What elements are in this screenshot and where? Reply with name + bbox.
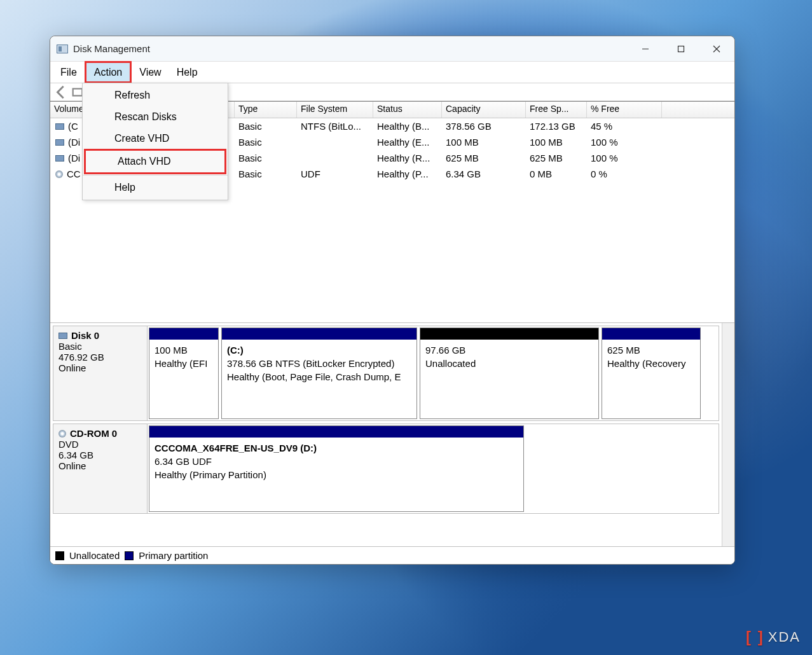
- legend-primary: Primary partition: [139, 550, 208, 561]
- disk-row-cdrom0[interactable]: CD-ROM 0 DVD 6.34 GB Online CCCOMA_X64FR…: [53, 424, 719, 514]
- col-type[interactable]: Type: [235, 102, 297, 118]
- minimize-button[interactable]: [628, 36, 663, 62]
- drive-icon: [55, 139, 64, 146]
- cd-icon: [55, 170, 63, 178]
- cd-icon: [58, 430, 66, 438]
- legend: Unallocated Primary partition: [50, 546, 734, 564]
- menu-separator: [83, 175, 228, 176]
- menu-rescan-disks[interactable]: Rescan Disks: [83, 106, 228, 128]
- app-icon: [57, 45, 68, 53]
- partition-header: [149, 328, 218, 340]
- col-free[interactable]: Free Sp...: [526, 102, 587, 118]
- legend-swatch-unallocated: [55, 551, 64, 560]
- col-capacity[interactable]: Capacity: [442, 102, 526, 118]
- drive-icon: [55, 123, 64, 130]
- svg-rect-4: [73, 88, 83, 95]
- svg-rect-1: [678, 46, 684, 52]
- legend-swatch-primary: [125, 551, 134, 560]
- partition-unallocated[interactable]: 97.66 GBUnallocated: [420, 328, 599, 419]
- partition-header: [602, 328, 700, 340]
- partition-header: [149, 426, 523, 438]
- menu-action[interactable]: Action: [85, 61, 132, 83]
- menu-refresh[interactable]: Refresh: [83, 85, 228, 106]
- partition-c[interactable]: (C:)378.56 GB NTFS (BitLocker Encrypted)…: [221, 328, 417, 419]
- col-pctfree[interactable]: % Free: [587, 102, 662, 118]
- menu-action-help[interactable]: Help: [83, 177, 228, 198]
- disk-management-window: Disk Management File Action View Help Re…: [50, 36, 735, 565]
- back-button[interactable]: [54, 86, 68, 99]
- menu-attach-vhd[interactable]: Attach VHD: [84, 149, 226, 174]
- menu-help[interactable]: Help: [169, 62, 205, 83]
- xda-watermark: [ ] XDA: [746, 628, 801, 646]
- menubar: File Action View Help Refresh Rescan Dis…: [50, 62, 734, 83]
- disk0-partitions: 100 MBHealthy (EFI (C:)378.56 GB NTFS (B…: [148, 326, 719, 420]
- disk-row-disk0[interactable]: Disk 0 Basic 476.92 GB Online 100 MBHeal…: [53, 326, 719, 421]
- drive-icon: [55, 155, 64, 162]
- action-dropdown: Refresh Rescan Disks Create VHD Attach V…: [82, 83, 228, 200]
- legend-unallocated: Unallocated: [69, 550, 120, 561]
- graphical-view: Disk 0 Basic 476.92 GB Online 100 MBHeal…: [50, 323, 734, 546]
- bracket-icon: [ ]: [746, 628, 764, 646]
- window-title: Disk Management: [73, 43, 150, 54]
- partition-recovery[interactable]: 625 MBHealthy (Recovery: [602, 328, 701, 419]
- partition-header: [222, 328, 416, 340]
- close-button[interactable]: [699, 36, 734, 62]
- window-controls: [628, 36, 734, 62]
- titlebar[interactable]: Disk Management: [50, 36, 734, 62]
- maximize-button[interactable]: [663, 36, 699, 62]
- partition-efi[interactable]: 100 MBHealthy (EFI: [149, 328, 219, 419]
- drive-icon: [58, 333, 67, 339]
- partition-dvd[interactable]: CCCOMA_X64FRE_EN-US_DV9 (D:)6.34 GB UDFH…: [149, 425, 524, 512]
- partition-header: [420, 328, 598, 340]
- menu-file[interactable]: File: [53, 62, 85, 83]
- menu-create-vhd[interactable]: Create VHD: [83, 128, 228, 149]
- menu-view[interactable]: View: [132, 62, 169, 83]
- disk-label: CD-ROM 0 DVD 6.34 GB Online: [53, 424, 148, 513]
- col-filesystem[interactable]: File System: [297, 102, 373, 118]
- cdrom0-partitions: CCCOMA_X64FRE_EN-US_DV9 (D:)6.34 GB UDFH…: [148, 424, 719, 513]
- col-status[interactable]: Status: [373, 102, 442, 118]
- disk-label: Disk 0 Basic 476.92 GB Online: [53, 326, 148, 420]
- scrollbar[interactable]: [722, 323, 734, 546]
